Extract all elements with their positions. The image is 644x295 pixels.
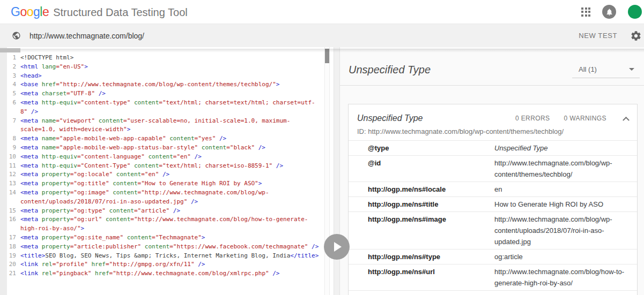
code-line: 2<html lang="en-US"> bbox=[0, 63, 334, 72]
property-name: http://ogp.me/ns#site_name bbox=[349, 292, 494, 295]
property-value: http://www.techmagnate.com/blog/wp-conte… bbox=[494, 214, 637, 247]
vertical-scrollbar[interactable] bbox=[324, 47, 330, 295]
type-filter-value: All (1) bbox=[579, 65, 597, 73]
apps-grid-icon[interactable] bbox=[581, 7, 590, 17]
code-line: 11<meta http-equiv="Content-Type" conten… bbox=[0, 162, 334, 171]
code-text: <meta property="og:site_name" content="T… bbox=[20, 233, 320, 243]
code-text: <link rel="profile" href="http://gmpg.or… bbox=[20, 260, 320, 269]
line-number: 21 bbox=[0, 269, 16, 278]
code-line: 1<!DOCTYPE html> bbox=[0, 54, 334, 63]
property-name: @id bbox=[349, 157, 494, 180]
result-card: Unspecified Type 0 ERRORS 0 WARNINGS ID:… bbox=[348, 104, 638, 295]
header-actions bbox=[581, 5, 633, 19]
code-text: <meta property="og:url" content="http://… bbox=[20, 215, 320, 233]
collapse-chevron-up-icon[interactable] bbox=[623, 116, 630, 123]
app-window: Google Structured Data Testing Tool http… bbox=[0, 0, 644, 295]
code-line: 8<meta name="apple-mobile-web-app-capabl… bbox=[0, 134, 334, 143]
code-line: 21<link rel="pingback" href="http://www.… bbox=[0, 269, 334, 278]
property-row[interactable]: http://ogp.me/ns#site_nameTechmagnate bbox=[349, 291, 637, 295]
user-avatar[interactable] bbox=[628, 5, 642, 19]
code-editor[interactable]: 1<!DOCTYPE html>2<html lang="en-US">3<he… bbox=[0, 54, 334, 278]
code-line: 12<meta property="og:locale" content="en… bbox=[0, 170, 334, 179]
warnings-count: 0 WARNINGS bbox=[564, 115, 606, 122]
line-number: 11 bbox=[0, 162, 16, 171]
chevron-down-icon bbox=[629, 68, 634, 71]
results-panel: Unspecified Type All (1) Unspecified Typ… bbox=[340, 47, 644, 295]
property-row[interactable]: http://ogp.me/ns#urlhttp://www.techmagna… bbox=[349, 264, 637, 291]
urlbar-actions: NEW TEST bbox=[579, 30, 636, 42]
code-line: 16<meta property="og:url" content="http:… bbox=[0, 215, 334, 233]
settings-gear-icon[interactable] bbox=[630, 30, 642, 42]
code-text: <meta property="og:locale" content="en" … bbox=[20, 170, 320, 179]
property-row[interactable]: @typeUnspecified Type bbox=[349, 141, 637, 156]
code-line: 13<meta property="og:title" content="How… bbox=[0, 179, 334, 188]
line-number: 12 bbox=[0, 170, 16, 179]
code-text: <meta http-equiv="Content-Type" content=… bbox=[20, 162, 320, 171]
property-name: http://ogp.me/ns#url bbox=[349, 266, 494, 289]
code-text: <meta property="og:title" content="How t… bbox=[20, 179, 320, 188]
code-text: <!DOCTYPE html> bbox=[20, 54, 320, 63]
notifications-bell-icon[interactable] bbox=[602, 5, 616, 19]
code-line: 4<base href="http://www.techmagnate.com/… bbox=[0, 80, 334, 89]
code-text: <html lang="en-US"> bbox=[20, 63, 320, 72]
source-code-panel[interactable]: 1<!DOCTYPE html>2<html lang="en-US">3<he… bbox=[0, 47, 334, 295]
code-text: <meta name="viewport" content="user-scal… bbox=[20, 117, 320, 135]
code-line: 10<meta http-equiv="content-language" co… bbox=[0, 153, 334, 162]
result-type-title: Unspecified Type bbox=[357, 114, 423, 123]
property-row[interactable]: http://ogp.me/ns#localeen bbox=[349, 182, 637, 197]
property-value: Techmagnate bbox=[494, 292, 637, 295]
code-text: <meta http-equiv="content-type" content=… bbox=[20, 99, 320, 117]
code-line: 17<meta property="og:site_name" content=… bbox=[0, 233, 334, 243]
property-value: en bbox=[494, 184, 637, 195]
property-row[interactable]: http://ogp.me/ns#typeog:article bbox=[349, 249, 637, 264]
results-panel-title: Unspecified Type bbox=[349, 64, 431, 76]
line-number: 3 bbox=[0, 72, 16, 81]
result-status: 0 ERRORS 0 WARNINGS bbox=[515, 115, 628, 122]
vertical-scrollbar-thumb[interactable] bbox=[325, 49, 329, 63]
code-text: <meta http-equiv="content-language" cont… bbox=[20, 153, 320, 162]
results-header: Unspecified Type All (1) bbox=[340, 47, 644, 86]
code-line: 14<meta property="og:image" content="htt… bbox=[0, 188, 334, 207]
code-text: <meta charset="UTF-8" /> bbox=[20, 89, 320, 99]
line-number: 7 bbox=[0, 117, 16, 135]
line-number: 15 bbox=[0, 207, 16, 216]
property-value: How to Generate High ROI by ASO bbox=[494, 199, 637, 210]
property-name: http://ogp.me/ns#locale bbox=[349, 184, 494, 195]
new-test-button[interactable]: NEW TEST bbox=[579, 32, 617, 40]
type-filter-dropdown[interactable]: All (1) bbox=[572, 62, 640, 78]
app-header: Google Structured Data Testing Tool bbox=[0, 0, 644, 24]
line-number: 10 bbox=[0, 153, 16, 162]
app-title: Structured Data Testing Tool bbox=[53, 6, 188, 19]
result-card-header[interactable]: Unspecified Type 0 ERRORS 0 WARNINGS bbox=[349, 104, 637, 126]
property-row[interactable]: @idhttp://www.techmagnate.com/blog/wp-co… bbox=[349, 156, 637, 182]
line-number: 17 bbox=[0, 233, 16, 243]
google-logo[interactable]: Google Structured Data Testing Tool bbox=[11, 5, 188, 19]
line-number: 1 bbox=[0, 54, 16, 63]
code-text: <link rel="pingback" href="http://www.te… bbox=[20, 269, 320, 278]
property-row[interactable]: http://ogp.me/ns#titleHow to Generate Hi… bbox=[349, 197, 637, 212]
property-value: http://www.techmagnate.com/blog/how-to-g… bbox=[494, 266, 637, 289]
code-text: <meta property="og:image" content="http:… bbox=[20, 188, 320, 207]
property-name: http://ogp.me/ns#type bbox=[349, 251, 494, 262]
line-number: 6 bbox=[0, 99, 16, 117]
code-text: <meta name="apple-mobile-web-app-status-… bbox=[20, 143, 320, 153]
line-number: 18 bbox=[0, 243, 16, 252]
horizontal-scrollbar-thumb[interactable] bbox=[0, 48, 20, 52]
tested-url[interactable]: http://www.techmagnate.com/blog/ bbox=[29, 32, 144, 40]
code-text: <meta property="article:publisher" conte… bbox=[20, 243, 320, 252]
code-text: <title>SEO Blog, SEO News, Tips &amp; Tr… bbox=[20, 252, 320, 261]
run-test-button[interactable] bbox=[324, 234, 350, 260]
property-name: http://ogp.me/ns#title bbox=[349, 199, 494, 210]
property-value: http://www.techmagnate.com/blog/wp-conte… bbox=[494, 157, 637, 180]
property-row[interactable]: http://ogp.me/ns#imagehttp://www.techmag… bbox=[349, 212, 637, 249]
code-line: 9<meta name="apple-mobile-web-app-status… bbox=[0, 143, 334, 153]
code-line: 15<meta property="og:type" content="arti… bbox=[0, 207, 334, 216]
url-bar: http://www.techmagnate.com/blog/ NEW TES… bbox=[0, 24, 644, 47]
code-line: 20<link rel="profile" href="http://gmpg.… bbox=[0, 260, 334, 269]
property-value: og:article bbox=[494, 251, 637, 262]
property-value: Unspecified Type bbox=[494, 142, 637, 154]
errors-count: 0 ERRORS bbox=[515, 115, 550, 122]
code-text: <head> bbox=[20, 72, 320, 81]
play-icon bbox=[334, 242, 342, 252]
code-line: 3<head> bbox=[0, 72, 334, 81]
